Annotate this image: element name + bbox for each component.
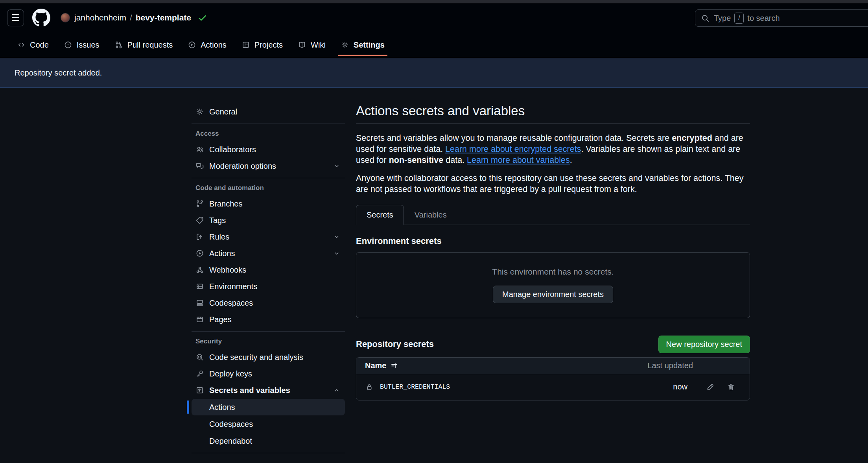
sidebar-item-general[interactable]: General [192,103,345,120]
sidebar-item-environments[interactable]: Environments [192,278,345,295]
sidebar-item-codespaces[interactable]: Codespaces [192,295,345,311]
intro-paragraph: Secrets and variables allow you to manag… [356,133,750,166]
secrets-icon [195,386,204,395]
environment-secrets-box: This environment has no secrets. Manage … [356,252,750,318]
name-column-header[interactable]: Name [365,361,399,370]
flash-banner: Repository secret added. [0,58,868,88]
link-learn-more-about-variables[interactable]: Learn more about variables [467,155,570,165]
tag-icon [195,216,204,225]
sidebar-item-tags[interactable]: Tags [192,212,345,229]
repo-nav: CodeIssuesPull requestsActionsProjectsWi… [0,32,868,58]
sidebar-item-code-security-and-analysis[interactable]: Code security and analysis [192,349,345,365]
sidebar-item-label: Rules [209,232,229,242]
link-learn-more-about-encrypted-secrets[interactable]: Learn more about encrypted secrets [445,144,581,154]
environment-secrets-heading: Environment secrets [356,236,750,246]
pull-request-icon [114,41,123,49]
sidebar-item-actions[interactable]: Actions [192,245,345,262]
tab-label: Actions [201,41,227,50]
tab-label: Settings [354,41,385,50]
project-icon [241,41,250,49]
sidebar-item-pages[interactable]: Pages [192,311,345,328]
tab-label: Issues [77,41,100,50]
repository-secrets-header-row: Repository secrets New repository secret [356,336,750,353]
sidebar-divider [192,453,345,453]
collaborator-paragraph: Anyone with collaborator access to this … [356,173,750,195]
sidebar-item-webhooks[interactable]: Webhooks [192,262,345,278]
search-icon [701,14,710,23]
intro-text: data. [443,155,467,165]
new-repository-secret-button[interactable]: New repository secret [658,336,750,353]
tab-actions[interactable]: Actions [182,32,232,58]
sidebar-subitem-label: Actions [209,403,235,412]
tab-pull-requests[interactable]: Pull requests [109,32,179,58]
git-branch-icon [195,199,204,208]
sidebar-item-moderation-options[interactable]: Moderation options [192,158,345,174]
play-icon [195,249,204,258]
chevron-down-icon [332,249,341,258]
sidebar-item-secrets-and-variables[interactable]: Secrets and variables [192,382,345,398]
sidebar-subitem-codespaces[interactable]: Codespaces [192,416,345,432]
intro-text: . [570,155,572,165]
breadcrumb-repo[interactable]: bevy-template [136,13,191,22]
breadcrumb: janhohenheim / bevy-template [74,13,208,23]
sidebar-item-label: Pages [209,315,232,324]
tab-code[interactable]: Code [11,32,55,58]
avatar [61,13,70,22]
delete-secret-button[interactable] [727,383,735,391]
sidebar-item-label: Code security and analysis [209,353,303,362]
book-icon [298,41,306,49]
edit-secret-button[interactable] [706,383,715,391]
sidebar-item-label: Branches [209,199,243,208]
sidebar-item-label: General [209,107,237,116]
comment-discussion-icon [195,162,204,170]
secret-name: BUTLER_CREDENTIALS [380,383,450,391]
app-header: janhohenheim / bevy-template Type / to s… [0,4,868,32]
gear-icon [195,107,204,116]
tab-settings[interactable]: Settings [335,32,391,58]
table-header: Name Last updated [356,358,750,374]
search-input[interactable]: Type / to search [695,9,868,27]
sidebar-subitem-actions[interactable]: Actions [192,399,345,415]
lock-icon [365,383,374,391]
tab-label: Code [30,41,49,50]
hamburger-menu-button[interactable] [7,9,24,26]
rules-icon [195,232,204,241]
breadcrumb-owner[interactable]: janhohenheim [74,13,126,22]
tab-wiki[interactable]: Wiki [292,32,332,58]
intro-text: Secrets and variables allow you to manag… [356,133,672,143]
sidebar-item-label: Secrets and variables [209,386,290,395]
github-logo-icon[interactable] [32,9,50,27]
sidebar-subitem-label: Codespaces [209,420,253,429]
tab-projects[interactable]: Projects [236,32,289,58]
tab-label: Wiki [311,41,326,50]
sidebar-section-header-code-and-automation: Code and automation [192,184,345,192]
manage-environment-secrets-button[interactable]: Manage environment secrets [493,286,613,303]
environment-empty-text: This environment has no secrets. [492,267,614,277]
sidebar-item-label: Moderation options [209,162,276,171]
sidebar-item-rules[interactable]: Rules [192,229,345,245]
tab-variables[interactable]: Variables [404,205,457,225]
flash-message: Repository secret added. [15,68,102,77]
bold-text: encrypted [672,133,712,143]
tab-secrets[interactable]: Secrets [356,205,404,225]
tab-issues[interactable]: Issues [58,32,105,58]
gear-icon [341,41,349,49]
browser-chrome-strip [0,0,868,4]
sidebar-item-collaborators[interactable]: Collaborators [192,141,345,158]
issue-icon [64,41,72,49]
sidebar-section-header-access: Access [192,130,345,138]
repository-secrets-table: Name Last updated BUTLER_CREDENTIALSnow [356,357,750,400]
sidebar-item-label: Collaborators [209,145,256,154]
secrets-variables-tabnav: Secrets Variables [356,205,750,225]
settings-page: GeneralAccessCollaboratorsModeration opt… [0,88,868,457]
sidebar-item-branches[interactable]: Branches [192,196,345,212]
check-icon[interactable] [197,13,208,23]
breadcrumb-separator: / [130,13,132,22]
tab-label: Projects [254,41,283,50]
sidebar-subitem-dependabot[interactable]: Dependabot [192,433,345,449]
repository-secrets-heading: Repository secrets [356,339,434,349]
bold-text: non-sensitive [389,155,444,165]
sidebar-item-deploy-keys[interactable]: Deploy keys [192,365,345,382]
search-placeholder: Type / to search [714,13,780,24]
webhook-icon [195,266,204,274]
